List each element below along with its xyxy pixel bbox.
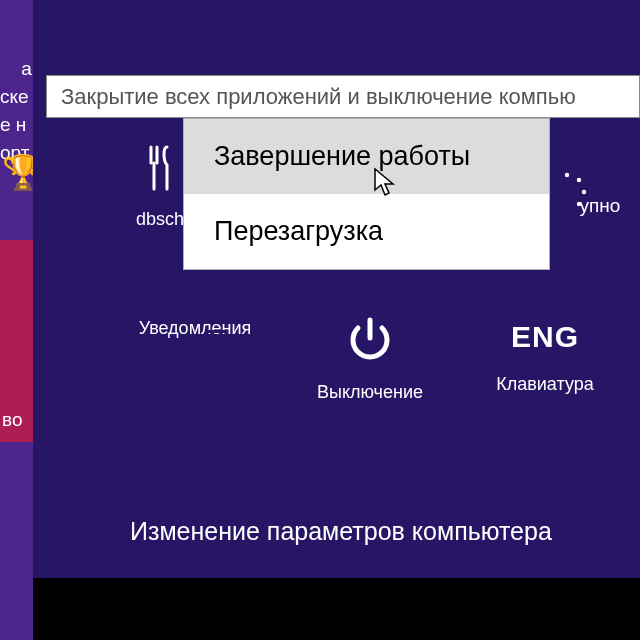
svg-point-1 [577,178,581,182]
trophy-icon: 🏆 [2,155,33,189]
tile-text-fragment: во [0,406,22,442]
charm-item-power[interactable]: Выключение [295,316,445,403]
charm-label: Выключение [295,382,445,403]
start-tile-top[interactable]: авн ске е н орт 🏆 [0,27,33,230]
svg-point-3 [577,202,581,206]
charm-item-notifications[interactable]: Уведомления [120,318,270,339]
power-icon [295,316,445,368]
svg-point-0 [565,173,569,177]
charm-label: Клавиатура [470,374,620,395]
link-text: Изменение параметров компьютера [130,517,552,545]
power-tooltip: Закрытие всех приложений и выключение ко… [46,75,640,118]
bottom-bar [33,578,640,640]
change-pc-settings-link[interactable]: Изменение параметров компьютера [130,517,640,546]
start-tile-bottom[interactable]: во [0,240,33,442]
charm-label: Уведомления [120,318,270,339]
charm-item-keyboard[interactable]: ENG Клавиатура [470,320,620,395]
tooltip-text: Закрытие всех приложений и выключение ко… [61,84,576,109]
menu-item-label: Перезагрузка [214,216,383,246]
brightness-icon [549,165,599,215]
svg-point-2 [582,190,586,194]
menu-item-shutdown[interactable]: Завершение работы [184,119,549,194]
menu-item-label: Завершение работы [214,141,470,171]
keyboard-language-indicator: ENG [470,320,620,354]
tile-text-fragment: авн ске е н орт [0,58,33,163]
power-menu: Завершение работы Перезагрузка [183,118,550,270]
screen: авн ске е н орт 🏆 во dbsch упно Закрытие [0,0,640,640]
menu-item-restart[interactable]: Перезагрузка [184,194,549,269]
